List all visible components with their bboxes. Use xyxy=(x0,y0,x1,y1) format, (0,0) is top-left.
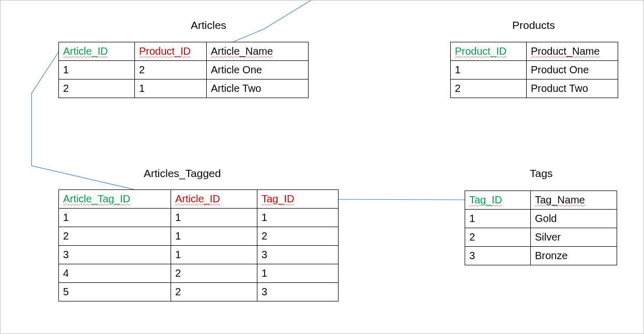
table-header-row: Article_Tag_ID Article_ID Tag_ID xyxy=(59,190,339,209)
articles-table: Article_ID Product_ID Article_Name 1 2 A… xyxy=(58,42,309,98)
cell: 1 xyxy=(257,264,339,283)
col-product-name: Product_Name xyxy=(531,45,600,57)
col-tag-id: Tag_ID xyxy=(469,194,502,205)
cell: Article Two xyxy=(207,79,309,98)
table-title-products: Products xyxy=(512,19,555,31)
table-row: 1 1 1 xyxy=(59,209,339,227)
cell: 1 xyxy=(59,209,171,227)
cell: 1 xyxy=(257,209,339,227)
cell: 2 xyxy=(171,283,257,301)
table-row: 2 Silver xyxy=(465,228,617,247)
table-title-articles: Articles xyxy=(191,19,226,31)
col-tag-id-fk: Tag_ID xyxy=(262,193,294,204)
table-row: 1 Product One xyxy=(451,61,618,79)
table-row: 2 Product Two xyxy=(451,79,618,98)
cell: 5 xyxy=(59,283,171,301)
col-product-id: Product_ID xyxy=(455,45,507,57)
cell: 4 xyxy=(59,264,171,283)
cell: 1 xyxy=(59,61,135,79)
cell: 2 xyxy=(451,79,527,98)
cell: 2 xyxy=(59,79,135,98)
products-table: Product_ID Product_Name 1 Product One 2 … xyxy=(450,42,618,98)
table-row: 4 2 1 xyxy=(59,264,339,283)
col-article-id: Article_ID xyxy=(63,45,108,57)
cell: Gold xyxy=(531,210,617,228)
col-article-id-fk: Article_ID xyxy=(175,193,220,204)
table-row: 2 1 2 xyxy=(59,227,339,246)
tags-table: Tag_ID Tag_Name 1 Gold 2 Silver 3 Bronze xyxy=(465,190,617,265)
cell: 3 xyxy=(257,246,339,264)
table-header-row: Product_ID Product_Name xyxy=(451,42,618,61)
table-header-row: Tag_ID Tag_Name xyxy=(465,191,617,210)
table-header-row: Article_ID Product_ID Article_Name xyxy=(59,42,309,61)
table-title-tags: Tags xyxy=(530,167,553,180)
cell: 1 xyxy=(171,209,257,227)
cell: 2 xyxy=(257,227,339,246)
cell: 3 xyxy=(257,283,339,301)
table-row: 5 2 3 xyxy=(59,283,339,301)
cell: 2 xyxy=(135,61,207,79)
table-title-articles-tagged: Articles_Tagged xyxy=(144,167,221,180)
col-product-id-fk: Product_ID xyxy=(139,45,191,57)
cell: Silver xyxy=(531,228,617,247)
cell: Product Two xyxy=(527,79,618,98)
cell: 1 xyxy=(171,227,257,246)
articles-tagged-table: Article_Tag_ID Article_ID Tag_ID 1 1 1 2… xyxy=(58,189,339,301)
cell: 1 xyxy=(451,61,527,79)
cell: 3 xyxy=(465,247,531,265)
cell: 1 xyxy=(135,79,207,98)
table-row: 1 2 Article One xyxy=(59,61,309,79)
cell: 2 xyxy=(171,264,257,283)
cell: 1 xyxy=(465,210,531,228)
cell: 3 xyxy=(59,246,171,264)
cell: Bronze xyxy=(531,247,617,265)
table-row: 3 Bronze xyxy=(465,247,617,265)
col-tag-name: Tag_Name xyxy=(535,194,585,205)
cell: Product One xyxy=(527,61,618,79)
diagram-canvas: Articles Products Articles_Tagged Tags A… xyxy=(0,0,644,334)
col-article-tag-id: Article_Tag_ID xyxy=(63,193,130,204)
table-row: 3 1 3 xyxy=(59,246,339,264)
col-article-name: Article_Name xyxy=(211,45,273,57)
table-row: 1 Gold xyxy=(465,210,617,228)
cell: 2 xyxy=(465,228,531,247)
cell: Article One xyxy=(207,61,309,79)
table-row: 2 1 Article Two xyxy=(59,79,309,98)
cell: 1 xyxy=(171,246,257,264)
cell: 2 xyxy=(59,227,171,246)
